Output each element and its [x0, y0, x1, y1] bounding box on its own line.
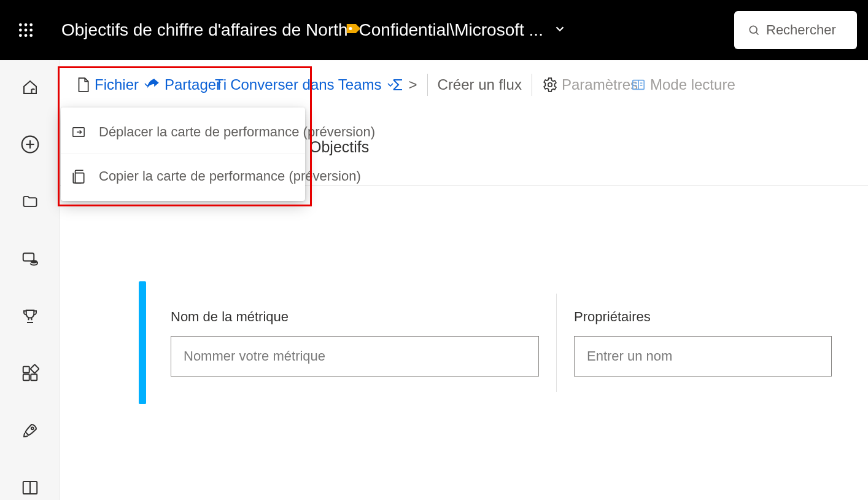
sigma-icon: [390, 77, 405, 93]
metric-fields: Nom de la métrique Propriétaires: [146, 281, 868, 404]
cmd-reading-mode[interactable]: Mode lecture: [627, 60, 739, 109]
top-bar: Objectifs de chiffre d'affaires de North…: [0, 0, 868, 60]
gear-icon: [542, 77, 558, 93]
metric-name-block: Nom de la métrique: [171, 309, 539, 377]
command-bar: Fichier Partager Ti Converser dans Teams…: [60, 60, 868, 109]
apps-icon: [21, 364, 39, 383]
accent-bar: [139, 281, 146, 404]
svg-rect-15: [23, 254, 34, 262]
svg-point-21: [31, 428, 33, 430]
share-icon: [145, 77, 161, 93]
metric-name-input[interactable]: [171, 336, 539, 377]
menu-move-scorecard[interactable]: Déplacer la carte de performance (préver…: [61, 110, 305, 154]
svg-point-0: [19, 23, 22, 26]
move-icon: [71, 125, 87, 139]
field-divider: [556, 294, 557, 392]
svg-rect-19: [31, 374, 37, 380]
menu-copy-label: Copier la carte de performance (préversi…: [99, 168, 361, 184]
owners-input[interactable]: [574, 336, 832, 377]
menu-move-label: Déplacer la carte de performance (préver…: [99, 124, 375, 140]
metric-name-label: Nom de la métrique: [171, 309, 539, 325]
nav-create[interactable]: [17, 132, 43, 156]
cmd-create-flow-label: Créer un flux: [438, 76, 522, 93]
breadcrumb-title-right: Confidential\Microsoft ...: [359, 20, 543, 40]
divider: [532, 74, 532, 96]
nav-goals[interactable]: [17, 304, 43, 328]
file-icon: [75, 76, 91, 94]
book-icon: [21, 479, 39, 497]
data-hub-icon: [21, 249, 39, 268]
folder-icon: [21, 193, 39, 210]
svg-point-1: [25, 23, 28, 26]
nav-browse[interactable]: [17, 190, 43, 214]
teams-prefix: Ti: [215, 76, 227, 93]
svg-point-6: [19, 34, 22, 37]
nav-apps[interactable]: [17, 361, 43, 385]
nav-deployment[interactable]: [17, 419, 43, 443]
svg-point-4: [25, 29, 28, 32]
cmd-file-label: Fichier: [95, 76, 139, 93]
waffle-icon: [18, 22, 34, 38]
search-placeholder: Rechercher: [766, 22, 836, 38]
copy-icon: [71, 168, 87, 184]
left-nav-sidebar: [0, 60, 60, 500]
search-box[interactable]: Rechercher: [734, 11, 857, 49]
cmd-settings[interactable]: Paramètres: [538, 60, 641, 109]
svg-point-7: [25, 34, 28, 37]
nav-home[interactable]: [17, 75, 43, 99]
svg-rect-20: [30, 364, 39, 373]
home-icon: [21, 78, 39, 96]
owners-label: Propriétaires: [574, 309, 832, 325]
svg-point-3: [19, 29, 22, 32]
section-heading: Objectifs: [309, 138, 369, 156]
svg-rect-18: [23, 374, 29, 380]
app-launcher-button[interactable]: [7, 12, 44, 49]
metric-row: Nom de la métrique Propriétaires: [60, 281, 868, 404]
cmd-teams[interactable]: Ti Converser dans Teams: [211, 60, 398, 109]
cmd-reading-label: Mode lecture: [650, 76, 735, 93]
cmd-teams-label: Converser dans Teams: [230, 76, 381, 93]
svg-point-24: [548, 83, 552, 87]
cmd-create-flow[interactable]: Créer un flux: [434, 60, 525, 109]
nav-datahub[interactable]: [17, 247, 43, 271]
cmd-add-metric[interactable]: >: [387, 60, 421, 109]
plus-circle-icon: [20, 135, 40, 154]
svg-point-16: [30, 260, 37, 264]
chevron-down-icon[interactable]: [553, 20, 567, 40]
breadcrumb-title-left: Objectifs de chiffre d'affaires de North: [61, 20, 348, 40]
divider: [427, 74, 428, 96]
rocket-icon: [21, 421, 39, 440]
page-title-breadcrumb[interactable]: Objectifs de chiffre d'affaires de North…: [61, 20, 567, 40]
svg-point-10: [750, 26, 757, 33]
svg-rect-17: [23, 367, 29, 373]
svg-line-11: [756, 33, 759, 35]
trophy-icon: [21, 307, 39, 326]
svg-point-9: [349, 27, 352, 30]
search-icon: [748, 24, 760, 36]
owners-block: Propriétaires: [574, 309, 832, 377]
sensitivity-tag-icon: [344, 21, 363, 39]
svg-point-8: [29, 34, 33, 37]
menu-copy-scorecard[interactable]: Copier la carte de performance (préversi…: [61, 154, 305, 198]
file-menu-flyout: Déplacer la carte de performance (préver…: [61, 107, 305, 201]
reading-icon: [630, 78, 646, 92]
svg-rect-32: [76, 173, 84, 183]
svg-point-5: [29, 29, 33, 32]
nav-learn[interactable]: [17, 476, 43, 500]
svg-point-2: [29, 23, 33, 26]
